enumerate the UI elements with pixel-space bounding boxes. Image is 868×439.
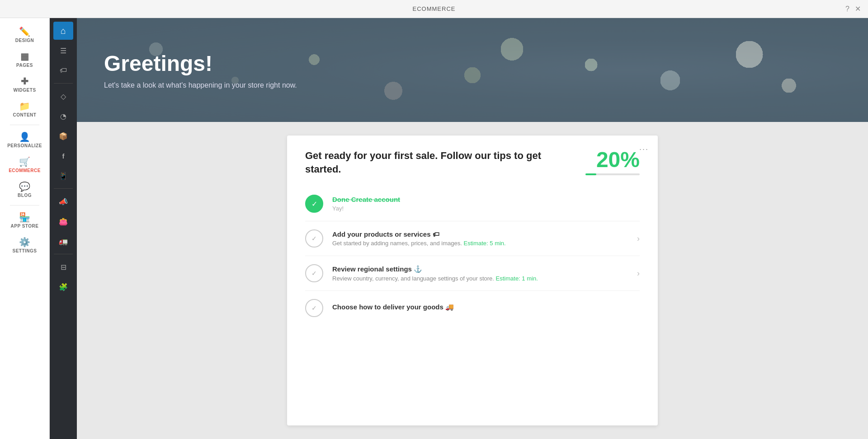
checkmark-icon-4: ✓ xyxy=(311,304,317,312)
item-estimate-add-products: Estimate: 5 min. xyxy=(464,240,506,247)
list-icon: ☰ xyxy=(60,47,66,55)
hero-banner: Greetings! Let's take a look at what's h… xyxy=(77,18,868,122)
content-icon: 📁 xyxy=(19,102,31,111)
item-content-delivery: Choose how to deliver your goods 🚚 xyxy=(332,303,640,313)
second-sidebar-tag[interactable]: 🏷 xyxy=(53,61,73,79)
main-layout: ✏️ DESIGN ▦ PAGES ✚ WIDGETS 📁 CONTENT 👤 … xyxy=(0,18,868,439)
sidebar-item-pages[interactable]: ▦ PAGES xyxy=(0,47,49,72)
check-circle-regional: ✓ xyxy=(305,264,323,282)
tag-icon: 🏷 xyxy=(60,66,67,75)
left-sidebar: ✏️ DESIGN ▦ PAGES ✚ WIDGETS 📁 CONTENT 👤 … xyxy=(0,18,50,439)
shipping-icon: 📦 xyxy=(59,132,68,140)
item-desc-regional: Review country, currency, and language s… xyxy=(332,275,628,282)
second-sidebar-megaphone[interactable]: 📣 xyxy=(53,192,73,210)
checklist-item-regional[interactable]: ✓ Review regional settings ⚓ Review coun… xyxy=(305,256,640,291)
wallet-icon: 👛 xyxy=(59,217,68,226)
checkmark-icon-2: ✓ xyxy=(311,235,317,242)
second-sidebar-mobile[interactable]: 📱 xyxy=(53,167,73,185)
second-sidebar-divider-2 xyxy=(54,188,73,189)
ecommerce-icon: 🛒 xyxy=(19,157,31,166)
card-title: Get ready for your first sale. Follow ou… xyxy=(305,149,576,176)
second-sidebar-sliders[interactable]: ⊟ xyxy=(53,258,73,276)
item-content-add-products: Add your products or services 🏷 Get star… xyxy=(332,230,628,247)
check-circle-done: ✓ xyxy=(305,195,323,213)
progress-percent: 20% xyxy=(585,149,640,171)
hero-content: Greetings! Let's take a look at what's h… xyxy=(104,51,841,89)
sidebar-label-widgets: WIDGETS xyxy=(13,88,36,93)
item-title-create-account: Done Create account xyxy=(332,196,640,203)
sidebar-item-appstore[interactable]: 🏪 APP STORE xyxy=(0,208,49,233)
progress-bar-fill xyxy=(585,173,596,175)
megaphone-icon: 📣 xyxy=(59,197,68,206)
item-title-add-products: Add your products or services 🏷 xyxy=(332,230,628,238)
second-sidebar-facebook[interactable]: f xyxy=(53,147,73,165)
check-circle-add-products: ✓ xyxy=(305,229,323,248)
second-sidebar-home[interactable]: ⌂ xyxy=(53,22,73,40)
card-header: Get ready for your first sale. Follow ou… xyxy=(305,149,640,176)
app-title: ECOMMERCE xyxy=(413,5,456,12)
item-yay: Yay! xyxy=(332,205,640,212)
item-desc-add-products: Get started by adding names, prices, and… xyxy=(332,240,628,247)
second-sidebar-divider-3 xyxy=(54,254,73,254)
sidebar-item-ecommerce[interactable]: 🛒 ECOMMERCE xyxy=(0,153,49,177)
second-sidebar-truck[interactable]: 🚛 xyxy=(53,232,73,250)
sidebar-label-blog: BLOG xyxy=(18,193,32,198)
body-area: ··· Get ready for your first sale. Follo… xyxy=(77,122,868,439)
second-sidebar-shipping[interactable]: 📦 xyxy=(53,127,73,145)
sidebar-item-settings[interactable]: ⚙️ SETTINGS xyxy=(0,233,49,258)
pages-icon: ▦ xyxy=(20,52,29,61)
sidebar-label-design: DESIGN xyxy=(15,38,34,43)
facebook-icon: f xyxy=(62,152,65,160)
second-sidebar-divider-1 xyxy=(54,83,73,84)
sidebar-label-settings: SETTINGS xyxy=(12,248,37,253)
hero-subtitle: Let's take a look at what's happening in… xyxy=(104,81,841,89)
card-progress: 20% xyxy=(585,149,640,175)
design-icon: ✏️ xyxy=(19,27,31,36)
getting-started-card: ··· Get ready for your first sale. Follo… xyxy=(287,135,658,425)
item-title-regional: Review regional settings ⚓ xyxy=(332,265,628,273)
second-sidebar-chart[interactable]: ◔ xyxy=(53,107,73,125)
checkmark-icon-3: ✓ xyxy=(311,270,317,277)
sidebar-item-widgets[interactable]: ✚ WIDGETS xyxy=(0,72,49,97)
sidebar-item-personalize[interactable]: 👤 PERSONALIZE xyxy=(0,128,49,153)
window-controls: ? ✕ xyxy=(845,5,861,13)
sidebar-divider-1 xyxy=(10,125,39,125)
checklist-item-add-products[interactable]: ✓ Add your products or services 🏷 Get st… xyxy=(305,221,640,256)
chevron-right-icon-2: › xyxy=(637,269,640,278)
chart-icon: ◔ xyxy=(60,112,66,121)
diamond-icon: ◇ xyxy=(61,92,66,101)
item-title-delivery: Choose how to deliver your goods 🚚 xyxy=(332,303,640,311)
second-sidebar-diamond[interactable]: ◇ xyxy=(53,87,73,105)
content-area: Greetings! Let's take a look at what's h… xyxy=(77,18,868,439)
sidebar-item-design[interactable]: ✏️ DESIGN xyxy=(0,23,49,47)
checklist-item-create-account[interactable]: ✓ Done Create account Yay! xyxy=(305,187,640,221)
puzzle-icon: 🧩 xyxy=(59,283,68,291)
checkmark-icon: ✓ xyxy=(311,200,317,208)
sidebar-divider-2 xyxy=(10,205,39,205)
close-button[interactable]: ✕ xyxy=(855,5,861,13)
sidebar-item-content[interactable]: 📁 CONTENT xyxy=(0,97,49,122)
card-menu-button[interactable]: ··· xyxy=(639,145,649,154)
item-content-regional: Review regional settings ⚓ Review countr… xyxy=(332,265,628,282)
help-button[interactable]: ? xyxy=(845,5,849,13)
sliders-icon: ⊟ xyxy=(61,263,66,271)
sidebar-label-ecommerce: ECOMMERCE xyxy=(9,168,41,173)
second-sidebar-list[interactable]: ☰ xyxy=(53,42,73,60)
second-sidebar-puzzle[interactable]: 🧩 xyxy=(53,278,73,296)
home-icon: ⌂ xyxy=(61,26,66,36)
chevron-right-icon-1: › xyxy=(637,234,640,243)
title-bar: ECOMMERCE ? ✕ xyxy=(0,0,868,18)
sidebar-label-appstore: APP STORE xyxy=(11,224,39,229)
sidebar-label-personalize: PERSONALIZE xyxy=(7,143,42,148)
second-sidebar-wallet[interactable]: 👛 xyxy=(53,212,73,230)
mobile-icon: 📱 xyxy=(59,172,68,180)
progress-bar-track xyxy=(585,173,640,175)
hero-title: Greetings! xyxy=(104,51,841,76)
second-sidebar: ⌂ ☰ 🏷 ◇ ◔ 📦 f 📱 📣 👛 🚛 xyxy=(50,18,77,439)
item-estimate-regional: Estimate: 1 min. xyxy=(496,275,538,282)
sidebar-item-blog[interactable]: 💬 BLOG xyxy=(0,177,49,202)
sidebar-label-content: CONTENT xyxy=(13,112,37,117)
check-circle-delivery: ✓ xyxy=(305,299,323,317)
blog-icon: 💬 xyxy=(19,182,31,191)
checklist-item-delivery[interactable]: ✓ Choose how to deliver your goods 🚚 xyxy=(305,291,640,325)
